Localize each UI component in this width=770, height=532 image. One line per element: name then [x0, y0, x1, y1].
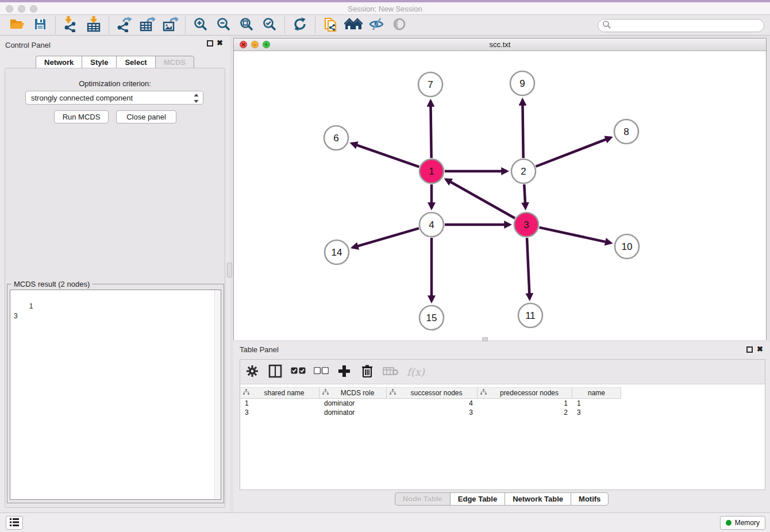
- delete-table-icon: [383, 366, 399, 378]
- memory-status-icon: [726, 520, 732, 526]
- zoom-in-button[interactable]: [189, 16, 212, 34]
- control-panel-title: Control Panel: [5, 41, 51, 49]
- add-row-button[interactable]: [337, 363, 352, 380]
- graph-edge-2-8[interactable]: [536, 137, 610, 166]
- network-window-titlebar[interactable]: ✕ − + scc.txt: [234, 38, 766, 51]
- graph-edge-4-14[interactable]: [353, 228, 419, 247]
- close-panel-button[interactable]: Close panel: [116, 110, 176, 124]
- graph-edge-1-6[interactable]: [352, 144, 419, 167]
- table-cell[interactable]: 3: [240, 408, 319, 417]
- table-cell[interactable]: 1: [240, 399, 319, 408]
- import-network-button[interactable]: [59, 16, 82, 34]
- network-canvas-svg[interactable]: 7968124314101511: [234, 51, 766, 340]
- search-input[interactable]: [614, 20, 764, 31]
- graph-node-4[interactable]: 4: [419, 213, 444, 237]
- table-cell[interactable]: 2: [478, 408, 572, 417]
- table-panel-close-icon[interactable]: ✖: [757, 345, 763, 353]
- control-panel-close-icon[interactable]: ✖: [217, 38, 223, 47]
- control-tab-style[interactable]: Style: [82, 56, 116, 68]
- graph-node-8[interactable]: 8: [614, 119, 638, 144]
- export-image-button[interactable]: [159, 16, 182, 34]
- table-panel-float-button[interactable]: [746, 346, 753, 353]
- column-header-name[interactable]: name: [572, 387, 621, 399]
- delete-table-button[interactable]: [383, 363, 399, 380]
- table-cell[interactable]: 1: [572, 399, 621, 408]
- graph-edge-3-10[interactable]: [539, 228, 610, 243]
- graph-node-6[interactable]: 6: [324, 126, 348, 150]
- criterion-dropdown[interactable]: strongly connected component: [25, 91, 203, 105]
- graph-edge-1-7[interactable]: [430, 101, 431, 158]
- new-network-from-selection-button[interactable]: [319, 16, 342, 34]
- horizontal-splitter-handle[interactable]: [482, 337, 488, 341]
- hide-selected-button[interactable]: [365, 16, 388, 34]
- column-header-MCDS-role[interactable]: MCDS role: [319, 387, 387, 399]
- table-cell[interactable]: dominator: [319, 399, 387, 408]
- clear-all-checkboxes-button[interactable]: [314, 363, 329, 380]
- eye-icon: [392, 17, 407, 33]
- select-all-checkboxes-button[interactable]: [291, 363, 306, 380]
- apply-layout-button[interactable]: [288, 16, 311, 34]
- graph-edge-2-9[interactable]: [522, 100, 523, 158]
- os-titlebar: Session: New Session: [0, 0, 770, 15]
- column-header-shared-name[interactable]: shared name: [240, 387, 319, 399]
- open-file-button[interactable]: [6, 16, 29, 34]
- gear-icon: [246, 365, 259, 379]
- export-network-button[interactable]: [113, 16, 136, 34]
- zoom-selected-button[interactable]: [258, 16, 281, 34]
- table-cell[interactable]: 3: [572, 408, 621, 417]
- mcds-result-group: MCDS result (2 nodes) 1 3: [7, 284, 224, 503]
- criterion-value: strongly connected component: [31, 94, 133, 102]
- table-tab-edge-table[interactable]: Edge Table: [450, 492, 505, 506]
- graph-node-11[interactable]: 11: [518, 303, 542, 327]
- vertical-splitter-handle[interactable]: [227, 263, 232, 277]
- result-scrollbar[interactable]: [214, 290, 221, 499]
- control-panel-float-button[interactable]: [207, 40, 213, 47]
- export-table-button[interactable]: [136, 16, 159, 34]
- graph-node-2[interactable]: 2: [511, 159, 536, 183]
- show-all-button[interactable]: [388, 16, 411, 34]
- svg-text:4: 4: [429, 219, 434, 230]
- table-settings-button[interactable]: [245, 363, 260, 380]
- task-history-button[interactable]: [6, 516, 23, 530]
- graph-edge-2-3[interactable]: [524, 184, 525, 208]
- graph-node-15[interactable]: 15: [419, 306, 444, 330]
- zoom-out-button[interactable]: [212, 16, 235, 34]
- column-header-successor-nodes[interactable]: successor nodes: [387, 387, 478, 399]
- table-cell[interactable]: dominator: [319, 408, 387, 417]
- table-cell[interactable]: 4: [387, 399, 478, 408]
- search-field: [598, 19, 764, 32]
- graph-node-7[interactable]: 7: [418, 72, 442, 97]
- table-tab-node-table[interactable]: Node Table: [395, 492, 450, 506]
- first-neighbors-button[interactable]: [342, 16, 365, 34]
- mcds-result-textarea[interactable]: 1 3: [10, 290, 221, 500]
- column-header-predecessor-nodes[interactable]: predecessor nodes: [478, 387, 572, 399]
- table-row[interactable]: 3dominator323: [240, 408, 765, 417]
- show-columns-button[interactable]: [268, 363, 283, 380]
- table-cell[interactable]: 1: [478, 399, 572, 408]
- control-tab-network[interactable]: Network: [36, 56, 82, 68]
- svg-text:1: 1: [429, 166, 434, 177]
- table-cell[interactable]: 3: [387, 408, 478, 417]
- tree-icon: [319, 389, 329, 397]
- graph-edge-3-1[interactable]: [446, 179, 515, 218]
- control-tab-mcds[interactable]: MCDS: [155, 56, 194, 68]
- zoom-fit-button[interactable]: [235, 16, 258, 34]
- graph-node-1[interactable]: 1: [419, 159, 444, 183]
- run-mcds-button[interactable]: Run MCDS: [54, 110, 109, 124]
- delete-row-button[interactable]: [360, 363, 375, 380]
- table-tab-network-table[interactable]: Network Table: [505, 492, 571, 506]
- graph-node-14[interactable]: 14: [325, 240, 349, 264]
- control-panel-tabs: NetworkStyleSelectMCDS: [0, 56, 230, 68]
- control-tab-select[interactable]: Select: [116, 56, 155, 68]
- svg-text:2: 2: [521, 166, 526, 177]
- graph-node-9[interactable]: 9: [510, 71, 534, 95]
- save-session-button[interactable]: [29, 16, 52, 34]
- memory-button[interactable]: Memory: [720, 516, 765, 530]
- graph-edge-3-11[interactable]: [527, 238, 530, 299]
- function-builder-button[interactable]: f(x): [407, 363, 425, 380]
- table-tab-motifs[interactable]: Motifs: [571, 492, 609, 506]
- graph-node-3[interactable]: 3: [514, 213, 538, 237]
- table-row[interactable]: 1dominator411: [240, 399, 765, 408]
- import-table-button[interactable]: [82, 16, 105, 34]
- graph-node-10[interactable]: 10: [615, 234, 639, 259]
